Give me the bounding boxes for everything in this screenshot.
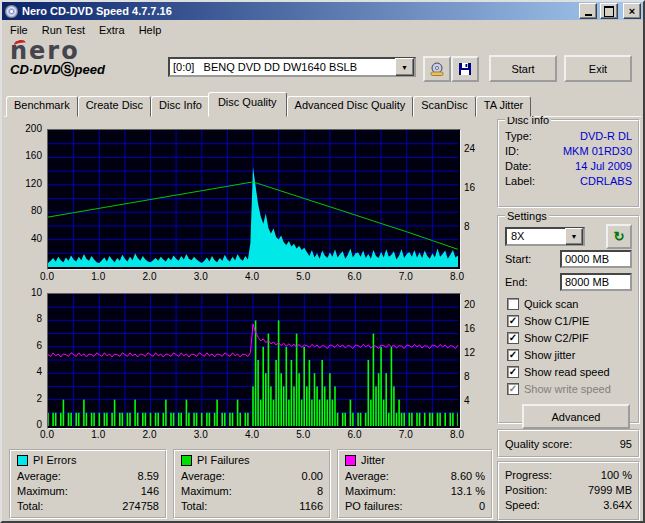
speed-select-value: 8X [507, 230, 565, 242]
axis-tick-label: 8.0 [446, 429, 468, 440]
start-label: Start: [505, 253, 531, 265]
minimize-button[interactable] [579, 3, 597, 19]
tab-strip: Benchmark Create Disc Disc Info Disc Qua… [6, 97, 531, 117]
axis-tick-label: 40 [6, 234, 42, 244]
check-icon: ✓ [509, 333, 517, 343]
titlebar[interactable]: Nero CD-DVD Speed 4.7.7.16 × [2, 2, 643, 20]
tab-disc-quality[interactable]: Disc Quality [208, 92, 287, 117]
settings-title: Settings [505, 210, 549, 222]
axis-tick-label: 16 [464, 183, 484, 193]
tab-create-disc[interactable]: Create Disc [78, 96, 151, 117]
checkbox-box: ✓ [507, 315, 519, 327]
app-disc-icon [4, 4, 19, 19]
axis-tick-label: 16 [464, 324, 484, 334]
start-button[interactable]: Start [489, 55, 557, 82]
axis-tick-label: 4.0 [241, 429, 263, 440]
checkbox-show-write-speed[interactable]: ✓Show write speed [505, 380, 632, 397]
checkbox-box [507, 298, 519, 310]
pi-errors-title: PI Errors [33, 454, 76, 466]
check-icon: ✓ [509, 316, 517, 326]
axis-tick-label: 7.0 [395, 429, 417, 440]
toolbar: nero CD·DVDⓈpeed [0:0] BENQ DVD DD DW164… [2, 39, 643, 96]
advanced-button[interactable]: Advanced [522, 404, 630, 429]
check-icon: ✓ [509, 350, 517, 360]
progress-group: Progress:100 % Position:7999 MB Speed:3.… [497, 461, 640, 521]
refresh-button[interactable]: ↻ [606, 224, 632, 249]
axis-tick-label: 20 [464, 300, 484, 310]
checkbox-box: ✓ [507, 349, 519, 361]
drive-select[interactable]: [0:0] BENQ DVD DD DW1640 BSLB ▼ [168, 57, 416, 77]
speed-select[interactable]: 8X ▼ [505, 227, 585, 246]
menu-item-help[interactable]: Help [132, 22, 169, 38]
po-failures: 0 [479, 500, 485, 512]
pie-chart [47, 129, 461, 270]
tab-disc-info[interactable]: Disc Info [151, 96, 210, 117]
disc-id-value: MKM 01RD30 [563, 145, 632, 157]
start-mb-input[interactable]: 0000 MB [560, 250, 632, 268]
nero-logo: nero CD·DVDⓈpeed [10, 39, 105, 76]
exit-button[interactable]: Exit [564, 55, 632, 82]
pi-failures-maximum: 8 [317, 485, 323, 497]
axis-tick-label: 0.0 [36, 429, 58, 440]
axis-tick-label: 8 [6, 314, 42, 324]
quality-score-value: 95 [620, 438, 632, 450]
pi-failures-title: PI Failures [197, 454, 250, 466]
eject-button[interactable] [423, 56, 451, 82]
drive-select-arrow[interactable]: ▼ [395, 58, 414, 76]
pi-errors-group: PI Errors Average:8.59 Maximum:146 Total… [9, 449, 167, 519]
tab-benchmark[interactable]: Benchmark [6, 96, 78, 117]
axis-tick-label: 2 [6, 394, 42, 404]
axis-tick-label: 5.0 [292, 429, 314, 440]
axis-tick-label: 2.0 [139, 271, 161, 282]
end-mb-input[interactable]: 8000 MB [560, 273, 632, 291]
tab-ta-jitter[interactable]: TA Jitter [476, 96, 532, 117]
axis-tick-label: 160 [6, 151, 42, 161]
progress-value: 100 % [601, 469, 632, 481]
disc-date-value: 14 Jul 2009 [575, 160, 632, 172]
disc-label-row: Label:CDRLABS [505, 174, 632, 187]
tab-advanced-disc-quality[interactable]: Advanced Disc Quality [287, 96, 414, 117]
menu-item-extra[interactable]: Extra [92, 22, 132, 38]
maximize-icon [604, 6, 614, 17]
checkbox-box: ✓ [507, 383, 519, 395]
pi-failures-average: 0.00 [302, 470, 323, 482]
close-button[interactable]: × [623, 3, 641, 19]
checkbox-show-c1-pie[interactable]: ✓Show C1/PIE [505, 312, 632, 329]
pie-chart-x-axis: 0.01.02.03.04.05.06.07.08.0 [47, 271, 459, 283]
progress-row: Progress:100 % [505, 468, 632, 481]
check-icon: ✓ [509, 367, 517, 377]
disc-id-row: ID:MKM 01RD30 [505, 144, 632, 157]
pi-failures-total: 1166 [299, 500, 323, 512]
maximize-button[interactable] [600, 3, 618, 19]
disc-info-group: Disc info Type:DVD-R DL ID:MKM 01RD30 Da… [497, 114, 640, 208]
pi-failures-legend-swatch [181, 455, 192, 466]
axis-tick-label: 6 [6, 341, 42, 351]
tab-scandisc[interactable]: ScanDisc [413, 96, 475, 117]
speed-select-arrow[interactable]: ▼ [565, 228, 583, 245]
menu-item-run-test[interactable]: Run Test [35, 22, 92, 38]
pif-chart [47, 293, 461, 429]
axis-tick-label: 3.0 [190, 429, 212, 440]
checkbox-show-jitter[interactable]: ✓Show jitter [505, 346, 632, 363]
checkbox-show-c2-pif[interactable]: ✓Show C2/PIF [505, 329, 632, 346]
checkbox-box: ✓ [507, 332, 519, 344]
jitter-maximum: 13.1 % [451, 485, 485, 497]
checkbox-box: ✓ [507, 366, 519, 378]
speed-row: 8X ▼ ↻ [505, 226, 632, 246]
pi-errors-legend-swatch [17, 455, 28, 466]
pi-failures-group: PI Failures Average:0.00 Maximum:8 Total… [173, 449, 331, 519]
menu-item-file[interactable]: File [3, 22, 35, 38]
axis-tick-label: 6.0 [344, 271, 366, 282]
save-button[interactable] [451, 56, 479, 82]
checkbox-quick-scan[interactable]: Quick scan [505, 295, 632, 312]
chevron-down-icon: ▼ [571, 233, 578, 240]
jitter-average: 8.60 % [451, 470, 485, 482]
pi-errors-average: 8.59 [138, 470, 159, 482]
axis-tick-label: 1.0 [87, 429, 109, 440]
axis-tick-label: 7.0 [395, 271, 417, 282]
window-title: Nero CD-DVD Speed 4.7.7.16 [22, 5, 576, 17]
checkbox-show-read-speed[interactable]: ✓Show read speed [505, 363, 632, 380]
start-row: Start: 0000 MB [505, 249, 632, 269]
speed-row-status: Speed:3.64X [505, 498, 632, 511]
check-icon: ✓ [509, 384, 517, 394]
